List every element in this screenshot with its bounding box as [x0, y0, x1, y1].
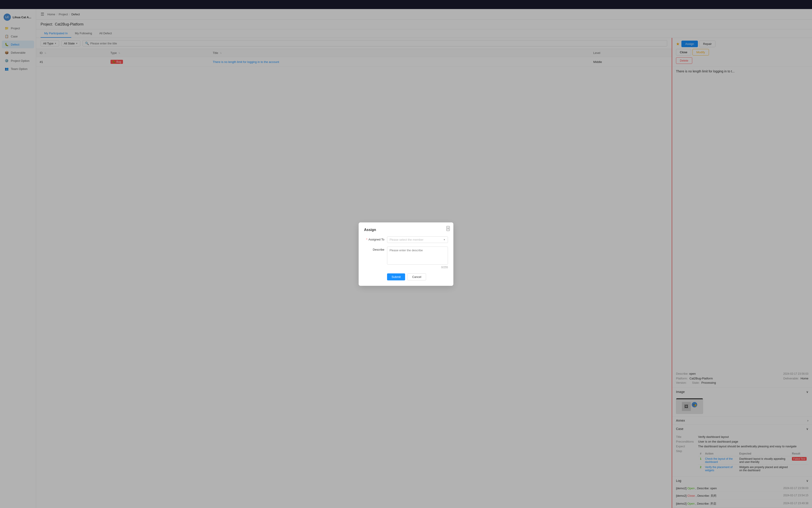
assign-modal: Assign × * Assigned To Please select the…	[359, 222, 453, 286]
assigned-to-row: * Assigned To Please select the member ▼	[364, 237, 448, 243]
member-select[interactable]: Please select the member ▼	[387, 237, 448, 243]
describe-label: Describe	[364, 247, 384, 251]
describe-row: Describe 0/255	[364, 247, 448, 269]
modal-title: Assign	[364, 228, 448, 232]
submit-button[interactable]: Submit	[387, 273, 405, 281]
char-count: 0/255	[387, 266, 448, 269]
modal-overlay: Assign × * Assigned To Please select the…	[0, 0, 812, 508]
describe-textarea[interactable]	[387, 247, 448, 265]
modal-actions: Submit Cancel	[364, 273, 448, 281]
member-select-placeholder: Please select the member	[389, 238, 423, 241]
cancel-button[interactable]: Cancel	[408, 273, 426, 281]
assigned-to-label: * Assigned To	[364, 237, 384, 241]
select-arrow-icon: ▼	[443, 239, 445, 241]
modal-close-button[interactable]: ×	[446, 226, 450, 231]
